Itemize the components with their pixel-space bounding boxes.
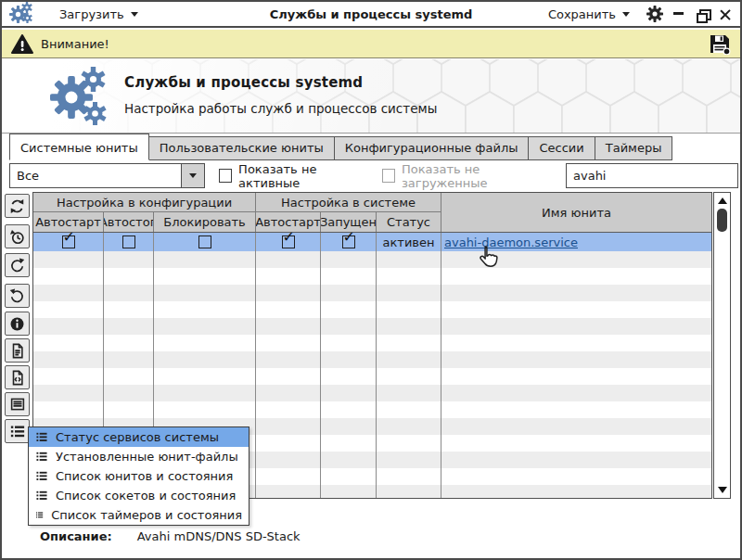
table-row-empty bbox=[33, 335, 711, 351]
col-header-unit-name: Имя юнита bbox=[441, 193, 711, 232]
list-icon bbox=[35, 470, 48, 482]
redo-icon bbox=[8, 257, 26, 274]
close-button[interactable] bbox=[719, 7, 733, 21]
list-icon bbox=[35, 431, 48, 443]
show-unloaded-label: Показать не загруженные bbox=[402, 162, 554, 190]
refresh-button[interactable] bbox=[5, 194, 30, 218]
show-inactive-label: Показать не активные bbox=[238, 162, 368, 190]
refresh-icon bbox=[8, 197, 26, 215]
col-header-block: Блокировать bbox=[154, 212, 256, 232]
journal-button[interactable] bbox=[5, 392, 30, 416]
category-combobox[interactable]: Все bbox=[9, 163, 205, 188]
tab-timers[interactable]: Таймеры bbox=[595, 136, 673, 160]
menu-item-installed-unit-files[interactable]: Установленные юнит-файлы bbox=[29, 447, 249, 466]
filter-row: Все Показать не активные Показать не заг… bbox=[9, 163, 738, 188]
tab-bar: Системные юниты Пользовательские юниты К… bbox=[9, 134, 672, 160]
warning-text: Внимание! bbox=[41, 37, 109, 51]
save-menu-label: Сохранить bbox=[548, 7, 616, 21]
app-window: Загрузить Службы и процессы systemd Сохр… bbox=[0, 0, 742, 560]
banner-subtitle: Настройка работы служб и процессов систе… bbox=[124, 101, 437, 116]
minimize-button[interactable] bbox=[672, 7, 686, 21]
table-row-empty bbox=[33, 268, 711, 285]
group-header-config: Настройка в конфигурации bbox=[33, 193, 256, 212]
settings-gear-icon[interactable] bbox=[646, 6, 663, 22]
show-file-button[interactable] bbox=[5, 338, 30, 363]
redo-button[interactable] bbox=[5, 253, 30, 277]
checkbox-autostart-system[interactable]: ✓ bbox=[282, 235, 295, 248]
history-clock-icon bbox=[8, 228, 26, 246]
unit-name-link[interactable]: avahi-daemon.service bbox=[444, 235, 578, 249]
col-header-status: Статус bbox=[377, 212, 441, 232]
list-icon bbox=[35, 490, 48, 502]
checkbox-block[interactable] bbox=[198, 235, 211, 248]
tab-sessions[interactable]: Сессии bbox=[528, 136, 595, 160]
description-value: Avahi mDNS/DNS SD-Stack bbox=[137, 529, 301, 543]
load-menu-button[interactable]: Загрузить bbox=[52, 5, 146, 24]
journal-icon bbox=[9, 396, 26, 413]
group-header-system: Настройка в системе bbox=[256, 193, 441, 212]
combobox-dropdown-button[interactable] bbox=[181, 164, 204, 187]
combobox-value: Все bbox=[10, 164, 181, 187]
table-row-empty bbox=[33, 385, 711, 401]
scroll-up-arrow-icon[interactable] bbox=[718, 197, 727, 204]
warning-triangle-icon bbox=[11, 34, 33, 54]
vertical-scrollbar[interactable] bbox=[713, 192, 731, 499]
table-row-empty bbox=[33, 251, 711, 268]
menu-item-sockets-list[interactable]: Список сокетов и состояния bbox=[29, 486, 249, 505]
chevron-down-icon bbox=[131, 12, 138, 17]
checkbox-autostart-config[interactable]: ✓ bbox=[62, 235, 75, 248]
header-banner: Службы и процессы systemd Настройка рабо… bbox=[2, 59, 740, 134]
menu-item-timers-list[interactable]: Список таймеров и состояния bbox=[29, 505, 249, 525]
menu-item-units-list[interactable]: Список юнитов и состояния bbox=[29, 466, 249, 486]
hand-cursor-icon bbox=[477, 245, 499, 273]
info-icon bbox=[8, 315, 26, 333]
tab-config-files[interactable]: Конфигурационные файлы bbox=[334, 136, 530, 160]
search-input[interactable] bbox=[566, 163, 738, 188]
table-row-empty bbox=[33, 318, 711, 335]
table-row-selected[interactable]: ✓ ✓ ✓ активен avahi-daemon.service bbox=[33, 233, 711, 251]
checkbox-running[interactable]: ✓ bbox=[342, 235, 355, 248]
table-row-empty bbox=[33, 401, 711, 418]
chevron-down-icon bbox=[622, 12, 630, 17]
table-row-empty bbox=[33, 301, 711, 318]
banner-title: Службы и процессы systemd bbox=[124, 74, 363, 91]
app-logo-gears bbox=[50, 65, 122, 130]
app-gears-icon bbox=[9, 2, 41, 26]
table-row-empty bbox=[33, 368, 711, 385]
lists-context-menu: Статус сервисов системы Установленные юн… bbox=[28, 426, 249, 526]
warning-bar: Внимание! bbox=[2, 30, 740, 58]
scroll-down-arrow-icon[interactable] bbox=[718, 487, 727, 493]
list-menu-icon bbox=[9, 424, 26, 439]
titlebar: Загрузить Службы и процессы systemd Сохр… bbox=[2, 2, 740, 28]
undo-button[interactable] bbox=[5, 284, 30, 308]
chevron-down-icon bbox=[189, 173, 197, 178]
show-inactive-checkbox[interactable] bbox=[219, 169, 232, 183]
checkbox-autostop[interactable] bbox=[122, 235, 135, 248]
maximize-button[interactable] bbox=[696, 7, 710, 21]
table-row-empty bbox=[33, 351, 711, 368]
description-label: Описание: bbox=[40, 529, 112, 543]
system-lists-button[interactable] bbox=[5, 419, 30, 443]
file-code-icon bbox=[9, 369, 26, 387]
save-menu-button[interactable]: Сохранить bbox=[541, 5, 637, 24]
tab-system-units[interactable]: Системные юниты bbox=[9, 134, 149, 160]
table-header: Настройка в конфигурации Настройка в сис… bbox=[33, 193, 711, 233]
status-cell: активен bbox=[377, 233, 441, 251]
load-menu-label: Загрузить bbox=[59, 7, 124, 21]
col-header-autostop: Автостоп bbox=[104, 212, 154, 232]
info-button[interactable] bbox=[5, 312, 30, 336]
description-row: Описание: Avahi mDNS/DNS SD-Stack bbox=[40, 529, 301, 543]
table-row-empty bbox=[33, 285, 711, 301]
list-icon bbox=[35, 451, 48, 463]
save-floppy-icon[interactable] bbox=[709, 33, 731, 55]
tab-user-units[interactable]: Пользовательские юниты bbox=[148, 136, 335, 160]
file-icon bbox=[9, 342, 26, 360]
show-unloaded-checkbox bbox=[382, 169, 395, 183]
history-restore-button[interactable] bbox=[5, 224, 30, 248]
menu-item-services-status[interactable]: Статус сервисов системы bbox=[29, 427, 249, 447]
scrollbar-thumb[interactable] bbox=[717, 209, 727, 232]
edit-file-button[interactable] bbox=[5, 365, 30, 389]
show-inactive-checkbox-group[interactable]: Показать не активные bbox=[219, 162, 368, 190]
list-icon bbox=[35, 509, 44, 521]
show-unloaded-checkbox-group: Показать не загруженные bbox=[382, 162, 554, 190]
